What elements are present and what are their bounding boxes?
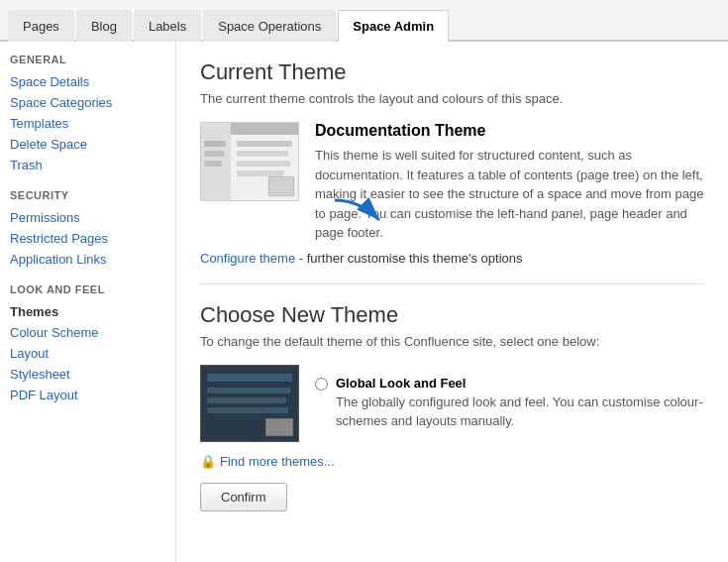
sidebar-item-stylesheet[interactable]: Stylesheet [10,364,165,385]
find-more-themes: 🔒 Find more themes... [200,454,704,469]
doc-theme-description: This theme is well suited for structured… [315,146,704,243]
sidebar-item-space-categories[interactable]: Space Categories [10,92,165,113]
doc-theme-thumbnail [200,122,299,201]
sidebar-item-trash[interactable]: Trash [10,155,165,175]
puzzle-icon: 🔒 [200,454,216,469]
sidebar-item-themes[interactable]: Themes [10,301,165,322]
doc-theme-info: Documentation Theme This theme is well s… [315,122,704,243]
security-heading: SECURITY [10,189,165,201]
doc-theme-card: Documentation Theme This theme is well s… [200,122,704,243]
tab-pages[interactable]: Pages [8,10,74,42]
global-theme-radio[interactable] [315,378,328,391]
global-theme-option: Global Look and Feel The globally config… [315,376,704,429]
global-theme-desc: The globally configured look and feel. Y… [336,393,704,429]
tabs-bar: Pages Blog Labels Space Operations Space… [0,0,728,42]
sidebar-item-colour-scheme[interactable]: Colour Scheme [10,322,165,343]
global-theme-label: Global Look and Feel [336,376,704,391]
global-theme-card: Global Look and Feel The globally config… [200,365,704,442]
doc-theme-name: Documentation Theme [315,122,704,140]
configure-theme-link[interactable]: Configure theme [200,251,295,266]
sidebar: GENERAL Space Details Space Categories T… [0,42,176,562]
look-and-feel-heading: LOOK AND FEEL [10,283,165,295]
choose-theme-subtitle: To change the default theme of this Conf… [200,334,704,349]
current-theme-subtitle: The current theme controls the layout an… [200,91,704,106]
sidebar-item-pdf-layout[interactable]: PDF Layout [10,385,165,405]
confirm-button[interactable]: Confirm [200,483,287,511]
sidebar-item-layout[interactable]: Layout [10,343,165,364]
current-theme-title: Current Theme [200,59,704,85]
tab-space-admin[interactable]: Space Admin [338,10,449,42]
find-more-link[interactable]: Find more themes... [220,454,335,469]
configure-theme-suffix: - further customise this theme's options [295,251,522,266]
tab-labels[interactable]: Labels [134,10,201,42]
sidebar-item-templates[interactable]: Templates [10,113,165,134]
general-heading: GENERAL [10,54,165,65]
section-divider [200,283,704,284]
content-area: Current Theme The current theme controls… [176,42,728,562]
tab-blog[interactable]: Blog [76,10,132,42]
sidebar-item-delete-space[interactable]: Delete Space [10,134,165,155]
global-theme-text: Global Look and Feel The globally config… [336,376,704,429]
choose-theme-title: Choose New Theme [200,302,704,328]
tab-space-operations[interactable]: Space Operations [203,10,336,42]
sidebar-item-space-details[interactable]: Space Details [10,71,165,92]
sidebar-item-application-links[interactable]: Application Links [10,249,165,270]
global-theme-thumbnail [200,365,299,442]
sidebar-item-restricted-pages[interactable]: Restricted Pages [10,228,165,249]
main-layout: GENERAL Space Details Space Categories T… [0,42,728,562]
sidebar-item-permissions[interactable]: Permissions [10,207,165,228]
configure-theme-line: Configure theme - further customise this… [200,251,704,266]
